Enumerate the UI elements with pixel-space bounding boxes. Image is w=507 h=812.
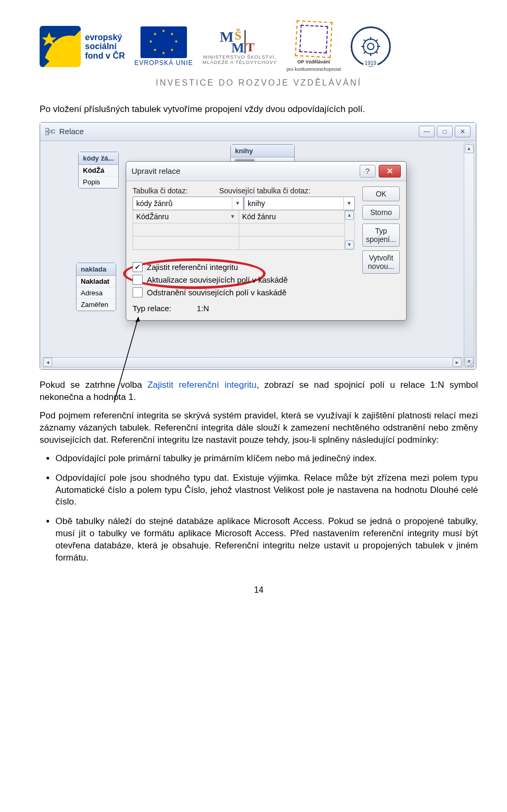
dialog-titlebar: Upravit relace ? ✕ (126, 162, 406, 181)
page-number: 14 (40, 585, 478, 595)
svg-line-12 (364, 40, 366, 42)
svg-line-13 (375, 51, 378, 53)
minimize-button[interactable]: — (419, 126, 435, 137)
help-button[interactable]: ? (360, 165, 375, 178)
typ-spojeni-button[interactable]: Typ spojení... (362, 223, 400, 247)
svg-text:M: M (231, 40, 245, 54)
checkbox-integrity[interactable]: ✔ (133, 262, 143, 272)
combo-tabulka[interactable]: ▼ (133, 197, 243, 210)
relace-window: Relace — □ ✕ kódy žá... KódŽá Popis knih… (40, 122, 476, 370)
gear-icon (360, 36, 381, 57)
svg-line-14 (364, 51, 366, 53)
combo-souvisejici-input[interactable] (245, 197, 343, 210)
scroll-right-icon[interactable]: ► (453, 358, 462, 367)
table-row: Adresa (77, 287, 116, 299)
svg-rect-18 (52, 130, 55, 133)
op-logo: OP Vzdělávání pro konkurenceschopnost (286, 21, 341, 72)
table-row: Nakladat (77, 276, 116, 287)
chevron-down-icon[interactable]: ▼ (343, 197, 354, 210)
label-souvisejici: Související tabulka či dotaz: (219, 186, 311, 195)
checkbox-integrity-label: Zajistit referenční integritu (147, 263, 238, 272)
table-row: KódŽá (79, 165, 118, 176)
table-row: Popis (79, 176, 118, 188)
para-explain: Pod pojmem referenční integrita se skrýv… (40, 410, 478, 446)
relace-titlebar: Relace — □ ✕ (40, 123, 476, 141)
vytvorit-novou-button[interactable]: Vytvořit novou... (362, 250, 400, 274)
eu-flag-icon: ★ ★ ★ ★ ★ ★ ★ ★ (140, 26, 187, 58)
relace-icon (45, 128, 55, 135)
msmt-line1: MINISTERSTVO ŠKOLSTVÍ, (203, 54, 277, 60)
para2-prefix: Pokud se zatrhne volba (40, 380, 147, 390)
svg-rect-17 (45, 132, 49, 135)
bg-table-naklad-header: naklada (77, 263, 116, 276)
scroll-up-icon[interactable]: ▲ (465, 144, 474, 153)
dialog-title-text: Upravit relace (132, 166, 181, 175)
list-item: Odpovídající pole jsou shodného typu dat… (55, 472, 478, 509)
dialog-close-button[interactable]: ✕ (379, 165, 401, 178)
chevron-down-icon[interactable]: ▼ (232, 197, 243, 210)
msmt-line2: MLÁDEŽE A TĚLOVÝCHOVY (203, 60, 277, 65)
list-item: Obě tabulky náleží do stejné databáze ap… (55, 516, 478, 564)
eu-logo: ★ ★ ★ ★ ★ ★ ★ ★ EVROPSKÁ UNIE (135, 26, 193, 67)
header-logos: evropský sociální fond v ČR ★ ★ ★ ★ ★ ★ … (40, 21, 478, 72)
horizontal-scrollbar[interactable]: ◄ ► (42, 357, 463, 368)
emblem-year: 1919 (363, 60, 377, 66)
intro-paragraph: Po vložení příslušných tabulek vytvoříme… (40, 104, 478, 116)
para2-blue: Zajistit referenční integritu (147, 380, 256, 390)
op-line1: OP Vzdělávání (297, 59, 330, 64)
op-line2: pro konkurenceschopnost (286, 67, 341, 72)
chevron-down-icon[interactable]: ▼ (230, 213, 236, 219)
maximize-button[interactable]: □ (437, 126, 453, 137)
scroll-down-icon[interactable]: ▼ (345, 240, 354, 249)
checkbox-cascade-update-label: Aktualizace souvisejících polí v kaskádě (147, 275, 288, 284)
grid-scrollbar[interactable]: ▲ ▼ (345, 210, 355, 250)
scroll-up-icon[interactable]: ▲ (345, 211, 354, 220)
checkbox-cascade-delete[interactable] (133, 287, 143, 297)
esf-line1: evropský (85, 33, 125, 42)
svg-text:T: T (246, 40, 255, 54)
bg-table-kody-header: kódy žá... (79, 152, 118, 165)
svg-rect-16 (45, 128, 49, 131)
table-row: Zaměřen (77, 299, 116, 311)
bg-table-naklad: naklada Nakladat Adresa Zaměřen (76, 263, 116, 311)
esf-logo: evropský sociální fond v ČR (40, 26, 125, 67)
school-emblem: 1919 (351, 26, 391, 67)
relace-body: kódy žá... KódŽá Popis knihy ████ ███ na… (40, 141, 476, 369)
upravit-relace-dialog: Upravit relace ? ✕ Tabulka či dotaz: Sou… (126, 161, 407, 321)
field-left[interactable]: KódŽánru (136, 212, 230, 221)
typ-relace-label: Typ relace: (133, 304, 171, 313)
bg-table-knihy-header: knihy (231, 145, 294, 157)
scroll-left-icon[interactable]: ◄ (43, 358, 52, 367)
esf-line3: fond v ČR (85, 51, 125, 61)
combo-tabulka-input[interactable] (133, 197, 232, 210)
label-tabulka: Tabulka či dotaz: (133, 186, 219, 195)
list-item: Odpovídající pole primární tabulky je pr… (55, 453, 478, 465)
svg-line-20 (49, 132, 52, 133)
msmt-icon: M Š M T (219, 28, 261, 54)
esf-swirl-icon (40, 26, 81, 67)
storno-button[interactable]: Storno (362, 205, 400, 220)
typ-relace-value: 1:N (196, 304, 209, 313)
ok-button[interactable]: OK (362, 186, 400, 201)
field-right[interactable]: Kód žánru (239, 210, 345, 223)
relace-title-text: Relace (59, 127, 84, 136)
resize-grip-icon[interactable] (466, 360, 474, 367)
vertical-scrollbar[interactable]: ▲ ▼ (464, 143, 474, 368)
svg-line-15 (375, 40, 378, 42)
checkbox-cascade-update[interactable] (133, 275, 143, 285)
esf-text: evropský sociální fond v ČR (85, 33, 125, 61)
screenshot-relace: Relace — □ ✕ kódy žá... KódŽá Popis knih… (40, 122, 478, 370)
esf-line2: sociální (85, 42, 125, 51)
svg-line-19 (49, 129, 52, 132)
combo-souvisejici[interactable]: ▼ (244, 197, 355, 210)
investice-heading: INVESTICE DO ROZVOJE VZDĚLÁVÁNÍ (40, 78, 478, 88)
bg-table-kody: kódy žá... KódŽá Popis (78, 152, 119, 189)
close-button[interactable]: ✕ (455, 126, 471, 137)
op-square-icon (295, 20, 332, 58)
conditions-list: Odpovídající pole primární tabulky je pr… (40, 453, 478, 565)
svg-point-7 (368, 43, 374, 50)
msmt-logo: M Š M T MINISTERSTVO ŠKOLSTVÍ, MLÁDEŽE A… (203, 28, 277, 65)
eu-label: EVROPSKÁ UNIE (135, 59, 193, 67)
checkbox-cascade-delete-label: Odstranění souvisejících polí v kaskádě (147, 288, 286, 297)
para-referencni: Pokud se zatrhne volba Zajistit referenč… (40, 379, 478, 404)
